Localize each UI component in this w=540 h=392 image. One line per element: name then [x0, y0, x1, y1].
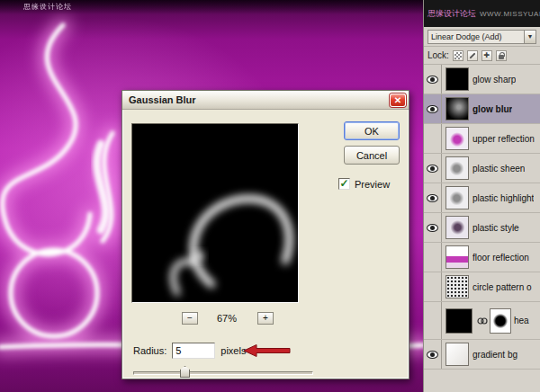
layer-name: floor reflection: [472, 253, 529, 263]
checkerboard-icon: [454, 52, 462, 59]
layer-thumbnail[interactable]: [446, 245, 469, 269]
layer-row-plastic-style[interactable]: plastic style: [424, 213, 540, 243]
site-watermark-bar: 思缘设计论坛 WWW.MISSYUAN.COM: [424, 0, 540, 27]
dialog-title: Gaussian Blur: [129, 94, 390, 105]
layer-name: glow blur: [472, 104, 512, 114]
radius-row: Radius: pixels: [133, 343, 246, 359]
eye-icon: [427, 194, 438, 202]
layer-thumbnail[interactable]: [446, 67, 469, 91]
lock-label: Lock:: [428, 50, 449, 60]
layer-row-floor-reflection[interactable]: floor reflection: [424, 243, 540, 272]
zoom-out-button[interactable]: −: [182, 312, 198, 325]
radius-input[interactable]: [172, 343, 215, 359]
visibility-toggle[interactable]: [424, 124, 442, 153]
layer-thumbnail[interactable]: [446, 127, 469, 150]
visibility-toggle[interactable]: [424, 213, 442, 242]
layer-row-glow-blur[interactable]: glow blur: [424, 94, 540, 124]
layer-name: plastic style: [472, 223, 519, 233]
layer-row-gradient-bg[interactable]: gradient bg: [424, 340, 540, 370]
radius-label: Radius:: [133, 345, 166, 356]
layer-name: plastic highlight: [472, 193, 534, 203]
move-arrows-icon: ✚: [484, 52, 490, 59]
zoom-level: 67%: [202, 313, 252, 324]
layer-name: plastic sheen: [472, 164, 525, 174]
visibility-toggle[interactable]: [424, 272, 442, 301]
layer-thumbnail[interactable]: [446, 275, 469, 298]
eye-icon: [427, 105, 438, 113]
layer-thumbnail[interactable]: [446, 216, 469, 239]
blurred-preview-image: [132, 124, 298, 302]
visibility-toggle[interactable]: [424, 94, 442, 123]
link-icon: [477, 316, 488, 325]
eye-icon: [427, 224, 438, 232]
visibility-toggle[interactable]: [424, 183, 442, 212]
brush-icon: [469, 52, 475, 58]
preview-checkbox[interactable]: ✓: [338, 178, 350, 190]
layer-row-upper-reflection[interactable]: upper reflection: [424, 124, 540, 154]
chevron-down-icon[interactable]: ▼: [524, 30, 536, 44]
radius-slider-handle[interactable]: [180, 366, 190, 378]
visibility-toggle[interactable]: [424, 65, 442, 94]
dialog-titlebar[interactable]: Gaussian Blur ✕: [122, 91, 409, 110]
preview-label: Preview: [355, 179, 390, 190]
padlock-icon: [499, 55, 504, 59]
blur-preview-area[interactable]: [131, 123, 299, 303]
layer-thumbnail[interactable]: [446, 186, 469, 209]
gaussian-blur-dialog: Gaussian Blur ✕ OK Cancel ✓ Preview − 67…: [122, 90, 410, 379]
blend-mode-row: Linear Dodge (Add) ▼: [424, 27, 540, 47]
lock-row: Lock: ✚: [424, 47, 540, 65]
layer-name: glow sharp: [472, 75, 516, 85]
photoshop-workspace: 思缘设计论坛 思缘设计论坛 WWW.MISSYUAN.COM Linear Do…: [0, 0, 540, 392]
visibility-toggle[interactable]: [424, 340, 442, 369]
layer-thumbnail[interactable]: [446, 343, 469, 366]
preview-option: ✓ Preview: [338, 178, 390, 190]
lock-position-button[interactable]: ✚: [482, 50, 492, 61]
layer-row-plastic-highlight[interactable]: plastic highlight: [424, 183, 540, 213]
layers-panel: 思缘设计论坛 WWW.MISSYUAN.COM Linear Dodge (Ad…: [423, 0, 540, 392]
layer-row-plastic-sheen[interactable]: plastic sheen: [424, 154, 540, 183]
annotation-arrow-icon: [243, 343, 292, 358]
ok-button[interactable]: OK: [344, 121, 400, 140]
layer-row-hea[interactable]: hea: [424, 302, 540, 340]
eye-icon: [427, 76, 438, 84]
blend-mode-select[interactable]: Linear Dodge (Add): [428, 30, 524, 44]
site-name: 思缘设计论坛: [428, 8, 476, 20]
watermark-top-left: 思缘设计论坛: [23, 2, 72, 12]
layers-list: glow sharp glow blur upper reflection pl…: [424, 65, 540, 392]
cancel-button[interactable]: Cancel: [344, 146, 400, 165]
layer-name: hea: [514, 316, 529, 325]
layer-name: circle pattern o: [472, 282, 532, 292]
close-icon[interactable]: ✕: [390, 94, 406, 107]
layer-row-glow-sharp[interactable]: glow sharp: [424, 65, 540, 94]
eye-icon: [427, 351, 438, 359]
eye-icon: [427, 165, 438, 173]
lock-pixels-button[interactable]: [467, 50, 478, 61]
lock-all-button[interactable]: [496, 50, 507, 61]
zoom-in-button[interactable]: +: [257, 312, 274, 325]
layer-thumbnail[interactable]: [446, 156, 469, 180]
lock-transparency-button[interactable]: [453, 50, 464, 61]
visibility-toggle[interactable]: [424, 302, 442, 339]
visibility-toggle[interactable]: [424, 243, 442, 272]
site-url: WWW.MISSYUAN.COM: [480, 10, 540, 18]
layer-mask-thumbnail[interactable]: [490, 308, 511, 334]
layer-thumbnail[interactable]: [446, 97, 469, 120]
visibility-toggle[interactable]: [424, 154, 442, 183]
layer-row-circle-pattern[interactable]: circle pattern o: [424, 272, 540, 302]
layer-name: upper reflection: [472, 134, 535, 144]
layer-thumbnail[interactable]: [446, 308, 472, 334]
layer-name: gradient bg: [472, 350, 518, 360]
radius-slider-track[interactable]: [133, 371, 313, 375]
